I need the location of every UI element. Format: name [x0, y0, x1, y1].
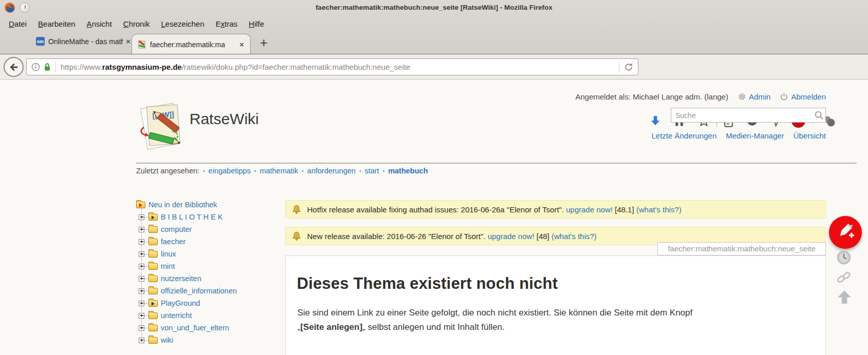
menu-bearbeiten[interactable]: Bearbeiten [32, 19, 81, 28]
folder-icon [148, 226, 158, 233]
sidebar-item[interactable]: linux [139, 249, 176, 259]
sidebar-link[interactable]: nutzerseiten [161, 274, 201, 283]
folder-icon [148, 288, 158, 294]
menu-chronik[interactable]: Chronik [118, 19, 156, 28]
sidebar-link[interactable]: linux [161, 250, 176, 258]
tree-expand-icon[interactable] [139, 214, 144, 220]
folder-icon [148, 275, 158, 282]
folder-icon [148, 312, 158, 319]
pencil-plus-icon [836, 223, 855, 242]
url-bar[interactable]: https://www.ratsgymnasium-pe.de/ratsewik… [26, 58, 638, 75]
tree-expand-icon[interactable] [139, 288, 144, 294]
tree-expand-icon[interactable] [139, 227, 144, 232]
browser-window: faecher:mathematik:mathebuch:neue_seite … [0, 0, 868, 355]
tab-ratsewiki-active[interactable]: faecher:mathematik:mat... × [131, 34, 251, 54]
logout-link-group[interactable]: Abmelden [780, 92, 826, 101]
up-arrow-icon [836, 289, 853, 305]
breadcrumb-link[interactable]: eingabetipps [209, 167, 251, 175]
sidebar-link[interactable]: von_und_fuer_eltern [161, 324, 229, 332]
sidebar-item[interactable]: offizielle_informationen [139, 286, 237, 295]
tree-stub [144, 279, 148, 279]
sidebar-item[interactable]: nutzerseiten [139, 274, 201, 283]
pagename-tooltip: faecher:mathematik:mathebuch:neue_seite [657, 242, 826, 255]
tab-close-icon[interactable]: × [125, 37, 131, 46]
logged-in-text: Angemeldet als: Michael Lange adm. (lang… [575, 92, 728, 101]
create-page-button[interactable] [829, 216, 862, 249]
sidebar-link[interactable]: PlayGround [161, 299, 200, 307]
admin-link[interactable]: Admin [749, 92, 771, 101]
menu-datei[interactable]: Datei [3, 19, 32, 28]
sidebar-item[interactable]: faecher [139, 237, 185, 246]
menu-ansicht[interactable]: Ansicht [81, 19, 118, 28]
sidebar-link[interactable]: computer [161, 225, 192, 233]
page-heading: Dieses Thema existiert noch nicht [297, 274, 825, 293]
download-icon[interactable] [648, 114, 663, 128]
sidebar-item[interactable]: unterricht [139, 311, 192, 320]
breadcrumb-link[interactable]: start [365, 167, 379, 175]
upgrade-link[interactable]: upgrade now! [487, 232, 534, 241]
tree-expand-icon[interactable] [139, 276, 144, 282]
sidebar-link[interactable]: wiki [161, 336, 173, 344]
menu-extras[interactable]: Extras [210, 19, 243, 28]
sidebar-item[interactable]: PlayGround [139, 299, 200, 308]
backlinks-button[interactable] [836, 270, 852, 285]
dokuwiki-favicon [137, 40, 146, 49]
sidebar-root-link[interactable]: Neu in der Bibliothek [148, 201, 217, 209]
sidebar-item[interactable]: von_und_fuer_eltern [139, 323, 229, 332]
recent-changes-link[interactable]: Letzte Änderungen [651, 131, 716, 140]
back-button[interactable] [4, 57, 24, 77]
clock-icon [836, 250, 852, 265]
logout-link[interactable]: Abmelden [791, 92, 826, 101]
url-separator [55, 62, 56, 73]
old-revisions-button[interactable] [836, 250, 852, 265]
folder-new-icon [136, 202, 145, 208]
tree-expand-icon[interactable] [139, 264, 144, 269]
sidebar-item[interactable]: B I B L I O T H E K [139, 212, 223, 222]
tree-expand-icon[interactable] [139, 338, 144, 343]
breadcrumb-link[interactable]: mathematik [260, 167, 298, 175]
sidebar-link[interactable]: mint [161, 262, 175, 270]
tree-expand-icon[interactable] [139, 301, 144, 306]
sidebar-link[interactable]: unterricht [161, 311, 192, 320]
site-title: RatseWiki [190, 110, 259, 128]
new-tab-button[interactable]: + [260, 36, 268, 49]
tree-expand-icon[interactable] [139, 325, 144, 331]
sitemap-link[interactable]: Übersicht [794, 131, 826, 140]
menu-hilfe[interactable]: Hilfe [243, 19, 270, 28]
whats-this-link[interactable]: (what's this?) [552, 232, 597, 241]
upgrade-link[interactable]: upgrade now! [566, 205, 613, 214]
tab-onlinemathe[interactable]: om OnlineMathe - das mathe... × [36, 37, 131, 46]
back-to-top-button[interactable] [836, 289, 853, 305]
page-body: Sie sind einem Link zu einer Seite gefol… [297, 306, 780, 334]
breadcrumb-link-current[interactable]: mathebuch [388, 167, 428, 175]
breadcrumb-label: Zuletzt angesehen: [136, 167, 199, 175]
header-divider [136, 163, 857, 164]
sidebar-link[interactable]: offizielle_informationen [161, 287, 237, 295]
tree-stub [144, 254, 148, 254]
breadcrumb-link[interactable]: anforderungen [307, 167, 355, 175]
folder-icon [148, 325, 158, 331]
sidebar-link[interactable]: faecher [161, 238, 185, 246]
breadcrumb: Zuletzt angesehen: •eingabetipps •mathem… [136, 167, 428, 175]
notification-hotfix: Hotfix release available fixing authad i… [285, 200, 826, 219]
tree-expand-icon[interactable] [139, 251, 144, 257]
sidebar-root[interactable]: Neu in der Bibliothek [136, 200, 217, 209]
search-input[interactable] [671, 111, 813, 120]
sidebar-item[interactable]: wiki [139, 336, 173, 345]
search-icon[interactable] [813, 110, 825, 121]
search-box[interactable] [671, 108, 826, 123]
admin-link-group[interactable]: Admin [738, 92, 771, 101]
sidebar-item[interactable]: mint [139, 262, 175, 271]
ratsewiki-logo[interactable]: [[DW]] [136, 101, 187, 154]
site-info-icon[interactable] [31, 63, 40, 71]
sidebar-item[interactable]: computer [139, 225, 192, 234]
tree-expand-icon[interactable] [139, 313, 144, 319]
menu-lesezeichen[interactable]: Lesezeichen [156, 19, 210, 28]
tree-expand-icon[interactable] [139, 239, 144, 245]
sidebar-link[interactable]: B I B L I O T H E K [161, 213, 223, 221]
whats-this-link[interactable]: (what's this?) [636, 205, 682, 214]
tab-close-icon[interactable]: × [238, 40, 245, 49]
tree-stub [144, 266, 148, 267]
media-manager-link[interactable]: Medien-Manager [726, 131, 784, 140]
reload-icon[interactable] [624, 63, 633, 72]
